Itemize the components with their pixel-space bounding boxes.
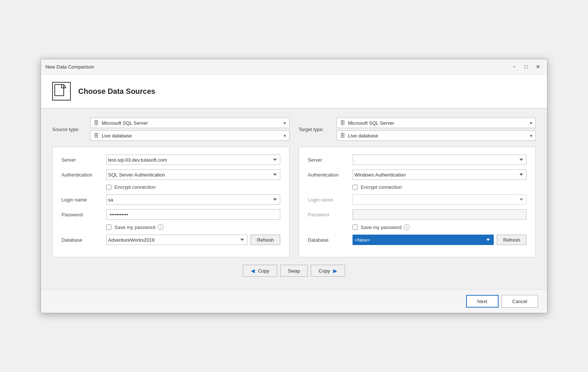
source-server-row: Server test-sql-03.dev.tulasoft.com — [61, 155, 280, 165]
source-database-controls: AdventureWorks2019 Refresh — [106, 235, 280, 245]
source-database-select[interactable]: AdventureWorks2019 — [106, 235, 247, 245]
copy-right-arrow-icon: ▶ — [333, 268, 337, 274]
source-save-password-row: Save my password i — [61, 224, 280, 230]
copy-left-arrow-icon: ◀ — [251, 268, 255, 274]
swap-label: Swap — [288, 268, 300, 274]
target-database-controls: <New> Refresh — [353, 235, 527, 245]
swap-button[interactable]: Swap — [280, 265, 308, 277]
target-password-row: Password — [308, 209, 527, 220]
next-button[interactable]: Next — [466, 295, 499, 308]
main-content: Source type: 🗄 Microsoft SQL Server 🗄 Li… — [41, 109, 547, 289]
target-login-select — [353, 194, 527, 205]
source-panel: Server test-sql-03.dev.tulasoft.com Auth… — [52, 147, 290, 257]
minimize-button[interactable]: − — [510, 62, 519, 71]
target-auth-label: Authentication — [308, 172, 353, 178]
target-login-label: Login name — [308, 197, 353, 203]
copy-left-button[interactable]: ◀ Copy — [243, 265, 277, 277]
target-server-label: Server — [308, 157, 353, 163]
target-panel: Server . Authentication Windows Authenti… — [298, 147, 536, 257]
target-db-type-select[interactable]: 🗄 Microsoft SQL Server — [336, 118, 536, 128]
source-save-password-label: Save my password — [114, 225, 155, 230]
source-server-label: Server — [61, 157, 106, 163]
target-login-row: Login name — [308, 194, 527, 205]
target-type-group: Target type: 🗄 Microsoft SQL Server 🗄 Li… — [298, 118, 536, 141]
target-database-row: Database <New> Refresh — [308, 235, 527, 245]
target-encrypt-checkbox[interactable] — [353, 185, 358, 190]
copy-right-button[interactable]: Copy ▶ — [311, 265, 345, 277]
target-server-row: Server . — [308, 155, 527, 165]
action-bar: ◀ Copy Swap Copy ▶ — [52, 257, 536, 280]
close-button[interactable]: ✕ — [534, 62, 543, 71]
source-db-mode-select[interactable]: 🗄 Live database — [90, 130, 290, 141]
target-db-mode-icon: 🗄 — [340, 133, 345, 139]
source-db-mode-value: Live database — [102, 133, 286, 139]
target-type-label: Target type: — [298, 127, 332, 132]
source-refresh-button[interactable]: Refresh — [250, 235, 280, 245]
target-server-select[interactable]: . — [353, 155, 527, 165]
source-password-row: Password — [61, 209, 280, 220]
source-db-type-value: Microsoft SQL Server — [102, 120, 286, 126]
source-login-select[interactable]: sa — [106, 194, 280, 205]
source-db-mode-icon: 🗄 — [94, 133, 99, 139]
source-db-type-select[interactable]: 🗄 Microsoft SQL Server — [90, 118, 290, 128]
page-title: Choose Data Sources — [78, 87, 155, 96]
source-auth-label: Authentication — [61, 172, 106, 178]
target-password-label: Password — [308, 212, 353, 217]
copy-right-label: Copy — [319, 268, 330, 274]
title-bar: New Data Comparison − □ ✕ — [41, 59, 547, 74]
target-db-type-value: Microsoft SQL Server — [348, 120, 532, 126]
target-type-selects: 🗄 Microsoft SQL Server 🗄 Live database — [336, 118, 536, 141]
target-db-mode-value: Live database — [348, 133, 532, 139]
window-controls: − □ ✕ — [510, 62, 543, 71]
target-save-password-info-icon[interactable]: i — [404, 224, 410, 230]
target-save-password-label: Save my password — [361, 225, 402, 230]
target-database-select[interactable]: <New> — [353, 235, 494, 245]
source-login-label: Login name — [61, 197, 106, 203]
page-icon — [52, 82, 71, 101]
source-encrypt-row: Encrypt connection — [61, 184, 280, 190]
source-password-label: Password — [61, 212, 106, 217]
main-window: New Data Comparison − □ ✕ Choose Data So… — [41, 59, 547, 313]
footer: Next Cancel — [41, 289, 547, 313]
maximize-button[interactable]: □ — [522, 62, 531, 71]
source-save-password-checkbox[interactable] — [106, 225, 111, 230]
target-encrypt-label: Encrypt connection — [361, 184, 402, 190]
source-server-select[interactable]: test-sql-03.dev.tulasoft.com — [106, 155, 280, 165]
target-database-label: Database — [308, 237, 353, 243]
panel-row: Server test-sql-03.dev.tulasoft.com Auth… — [52, 147, 536, 257]
source-auth-select[interactable]: SQL Server Authentication — [106, 169, 280, 180]
source-database-label: Database — [61, 237, 106, 243]
source-type-group: Source type: 🗄 Microsoft SQL Server 🗄 Li… — [52, 118, 290, 141]
target-auth-select[interactable]: Windows Authentication — [353, 169, 527, 180]
copy-left-label: Copy — [258, 268, 269, 274]
source-auth-row: Authentication SQL Server Authentication — [61, 169, 280, 180]
window-title: New Data Comparison — [45, 64, 94, 70]
target-save-password-row: Save my password i — [308, 224, 527, 230]
source-type-selects: 🗄 Microsoft SQL Server 🗄 Live database — [90, 118, 290, 141]
source-database-row: Database AdventureWorks2019 Refresh — [61, 235, 280, 245]
header-section: Choose Data Sources — [41, 74, 547, 109]
source-db-icon: 🗄 — [94, 120, 99, 126]
target-encrypt-row: Encrypt connection — [308, 184, 527, 190]
source-save-password-info-icon[interactable]: i — [158, 224, 164, 230]
source-type-label: Source type: — [52, 127, 86, 132]
target-auth-row: Authentication Windows Authentication — [308, 169, 527, 180]
target-password-input — [353, 209, 527, 220]
source-encrypt-checkbox[interactable] — [106, 185, 111, 190]
cancel-button[interactable]: Cancel — [502, 295, 538, 308]
source-encrypt-label: Encrypt connection — [114, 184, 156, 190]
svg-rect-0 — [55, 85, 64, 96]
source-login-row: Login name sa — [61, 194, 280, 205]
top-selects-row: Source type: 🗄 Microsoft SQL Server 🗄 Li… — [52, 118, 536, 141]
target-refresh-button[interactable]: Refresh — [497, 235, 527, 245]
target-db-icon: 🗄 — [340, 120, 345, 126]
target-db-mode-select[interactable]: 🗄 Live database — [336, 130, 536, 141]
target-save-password-checkbox[interactable] — [353, 225, 358, 230]
source-password-input[interactable] — [106, 209, 280, 220]
